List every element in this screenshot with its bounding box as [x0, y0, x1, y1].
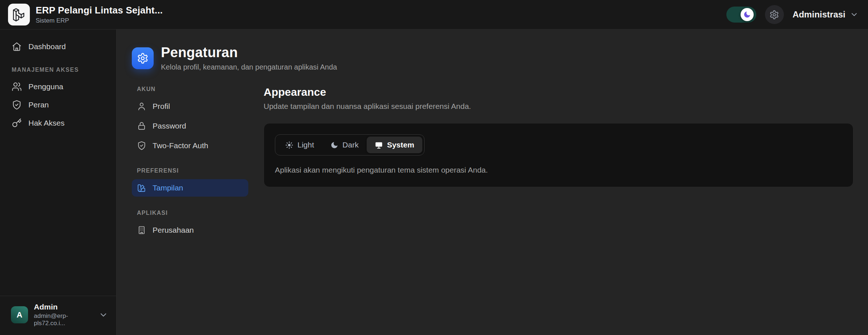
theme-option-label: System: [387, 141, 414, 149]
settings-nav-label: Two-Factor Auth: [153, 141, 208, 150]
sidebar-user-info: Admin admin@erp-pls72.co.i...: [34, 303, 93, 327]
settings-nav-label: Tampilan: [153, 184, 183, 192]
sidebar-item-pengguna[interactable]: Pengguna: [6, 78, 110, 96]
page-title: Pengaturan: [161, 45, 337, 60]
app-title: ERP Pelangi Lintas Sejaht...: [36, 5, 117, 16]
gear-icon: [137, 52, 149, 64]
swatch-book-icon: [137, 183, 146, 193]
theme-option-dark[interactable]: Dark: [322, 137, 367, 153]
settings-page-icon: [132, 47, 154, 69]
theme-option-system[interactable]: System: [367, 137, 422, 153]
user-icon: [137, 102, 146, 111]
theme-help-text: Aplikasi akan mengikuti pengaturan tema …: [275, 166, 842, 174]
settings-body: AKUN Profil Password: [132, 86, 853, 239]
home-icon: [12, 42, 22, 52]
settings-nav-label: Password: [153, 122, 186, 130]
monitor-icon: [375, 141, 383, 149]
role-dropdown[interactable]: Administrasi: [793, 9, 859, 20]
app-tagline: Sistem ERP: [36, 17, 117, 24]
sidebar-item-hak-akses[interactable]: Hak Akses: [6, 114, 110, 132]
lock-icon: [137, 121, 146, 131]
chevron-down-icon: [99, 310, 108, 320]
sidebar-item-label: Dashboard: [28, 42, 66, 51]
settings-nav-profil[interactable]: Profil: [132, 98, 248, 115]
laravel-logo-icon: [12, 8, 26, 21]
key-icon: [12, 118, 22, 128]
sidebar-user-menu[interactable]: A Admin admin@erp-pls72.co.i...: [0, 296, 116, 335]
appearance-panel: Appearance Update tampilan dan nuansa ap…: [264, 86, 853, 239]
settings-nav: AKUN Profil Password: [132, 86, 248, 239]
role-dropdown-label: Administrasi: [793, 9, 845, 20]
settings-section-label: APLIKASI: [132, 210, 248, 216]
header-actions: Administrasi: [726, 5, 859, 24]
sidebar-item-dashboard[interactable]: Dashboard: [6, 38, 110, 56]
main-content: Pengaturan Kelola profil, keamanan, dan …: [117, 29, 868, 335]
top-header: ERP Pelangi Lintas Sejaht... Sistem ERP: [0, 0, 868, 29]
app-logo: [8, 4, 30, 25]
app-brand: ERP Pelangi Lintas Sejaht... Sistem ERP: [8, 4, 117, 25]
users-icon: [12, 82, 22, 92]
theme-segmented-control: Light Dark: [275, 134, 425, 155]
theme-option-light[interactable]: Light: [277, 137, 322, 153]
settings-nav-label: Profil: [153, 102, 170, 111]
sidebar-item-label: Hak Akses: [28, 119, 64, 127]
page-subtitle: Kelola profil, keamanan, dan pengaturan …: [161, 63, 337, 71]
page-header-text: Pengaturan Kelola profil, keamanan, dan …: [161, 45, 337, 71]
settings-nav-tampilan[interactable]: Tampilan: [132, 179, 248, 197]
sidebar-item-peran[interactable]: Peran: [6, 96, 110, 114]
shield-check-icon: [137, 141, 146, 150]
settings-button[interactable]: [765, 5, 784, 24]
settings-nav-label: Perusahaan: [153, 226, 194, 234]
settings-nav-perusahaan[interactable]: Perusahaan: [132, 221, 248, 239]
settings-nav-two-factor[interactable]: Two-Factor Auth: [132, 137, 248, 154]
gear-icon: [769, 10, 779, 20]
sidebar: Dashboard MANAJEMEN AKSES Pengguna Peran: [0, 29, 117, 335]
appearance-title: Appearance: [264, 86, 853, 98]
settings-section-label: PREFERENSI: [132, 168, 248, 174]
dark-mode-toggle[interactable]: [726, 7, 756, 23]
sidebar-section-label: MANAJEMEN AKSES: [6, 67, 110, 73]
main-layout: Dashboard MANAJEMEN AKSES Pengguna Peran: [0, 29, 868, 335]
theme-option-label: Dark: [343, 141, 359, 149]
chevron-down-icon: [850, 10, 859, 19]
settings-nav-password[interactable]: Password: [132, 117, 248, 135]
moon-icon: [743, 11, 751, 19]
sidebar-item-label: Peran: [28, 100, 49, 109]
app-title-block: ERP Pelangi Lintas Sejaht... Sistem ERP: [36, 5, 117, 24]
moon-icon: [330, 141, 339, 149]
sidebar-item-label: Pengguna: [28, 82, 63, 91]
building-icon: [137, 225, 146, 235]
theme-option-label: Light: [297, 141, 314, 149]
shield-check-icon: [12, 100, 22, 110]
sun-icon: [285, 141, 293, 149]
avatar: A: [11, 306, 28, 323]
user-name: Admin: [34, 303, 93, 311]
user-email: admin@erp-pls72.co.i...: [34, 312, 93, 327]
appearance-subtitle: Update tampilan dan nuansa aplikasi sesu…: [264, 102, 853, 111]
settings-section-label: AKUN: [132, 86, 248, 92]
page-header: Pengaturan Kelola profil, keamanan, dan …: [132, 45, 853, 71]
toggle-thumb: [741, 8, 754, 21]
appearance-card: Light Dark: [264, 123, 853, 187]
